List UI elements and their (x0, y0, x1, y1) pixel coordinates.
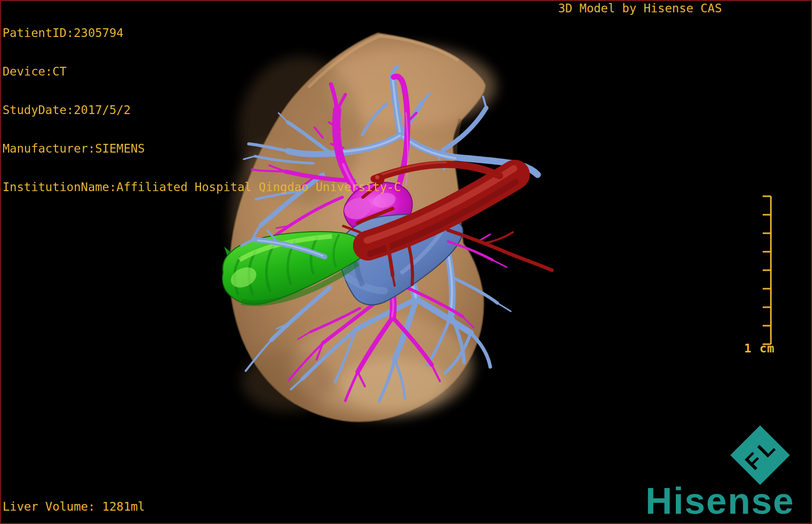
scale-ruler-label: 1 cm (744, 342, 774, 355)
device-line: Device:CT (3, 65, 401, 78)
patient-id-line: PatientID:2305794 (3, 27, 401, 40)
watermark-text: 3D Model by Hisense CAS (558, 2, 722, 15)
liver-volume-label: Liver Volume: 1281ml (3, 500, 145, 513)
manufacturer-line: Manufacturer:SIEMENS (3, 142, 401, 155)
hisense-logo: Hisense (645, 480, 795, 522)
institution-line: InstitutionName:Affiliated Hospital Qing… (3, 181, 401, 194)
patient-info-block: PatientID:2305794 Device:CT StudyDate:20… (3, 1, 401, 207)
scale-ruler (739, 190, 775, 350)
study-date-line: StudyDate:2017/5/2 (3, 104, 401, 117)
